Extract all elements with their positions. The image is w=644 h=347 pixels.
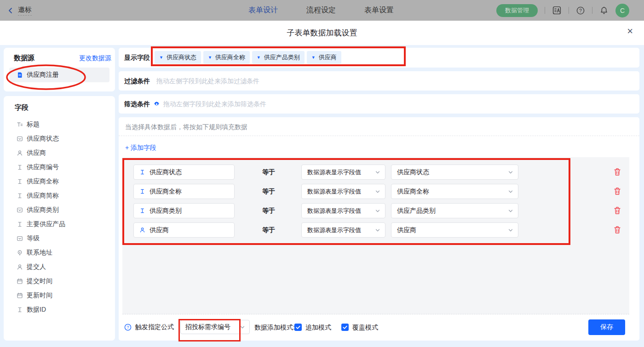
trash-icon[interactable] <box>614 187 621 195</box>
field-item[interactable]: 数据ID <box>17 302 115 317</box>
text-icon <box>17 221 23 228</box>
person-icon <box>17 150 23 156</box>
tab-flow-setting[interactable]: 流程设定 <box>306 6 336 15</box>
sift-label: 筛选条件 <box>124 100 150 108</box>
field-item-label: 等级 <box>27 234 40 243</box>
field-item[interactable]: 供应商状态 <box>17 131 115 146</box>
display-field-chip[interactable]: ▼供应商全称 <box>203 51 250 64</box>
source-type-select[interactable]: 数据源表显示字段值 <box>301 184 385 199</box>
target-field-box[interactable]: 供应商类别 <box>133 203 235 218</box>
form-name: 邀标 <box>18 6 32 16</box>
datasource-item-label: 供应商注册 <box>27 71 59 79</box>
append-mode-label: 追加模式 <box>305 324 331 332</box>
field-item[interactable]: 供应商类别 <box>17 203 115 217</box>
datasource-item[interactable]: 供应商注册 <box>9 68 109 82</box>
source-type-value: 数据源表显示字段值 <box>307 207 361 215</box>
source-field-select[interactable]: 供应商全称 <box>391 184 518 199</box>
field-item-label: 供应商 <box>27 149 46 157</box>
source-field-value: 供应产品类别 <box>397 207 436 215</box>
equals-label: 等于 <box>262 203 275 218</box>
field-item[interactable]: 更新时间 <box>17 288 115 302</box>
tab-form-design[interactable]: 表单设计 <box>248 6 278 15</box>
trash-icon[interactable] <box>614 226 621 234</box>
data-manage-button[interactable]: 数据管理 <box>496 4 538 17</box>
select-icon <box>17 136 23 142</box>
display-field-chip[interactable]: ▼供应商状态 <box>155 51 201 64</box>
fields-title: 字段 <box>4 96 115 112</box>
calendar-icon <box>17 278 23 284</box>
source-field-value: 供应商状态 <box>397 168 429 176</box>
field-item[interactable]: 等级 <box>17 231 115 245</box>
target-field-label: 供应商 <box>150 226 169 234</box>
field-item[interactable]: 供应商全称 <box>17 174 115 188</box>
chip-label: 供应商 <box>319 53 337 62</box>
change-datasource-link[interactable]: 更改数据源 <box>79 54 111 63</box>
field-item[interactable]: 标题 <box>17 117 115 131</box>
rules-panel: 当选择具体数据后，将按如下规则填充数据 + 添加字段 供应商状态 等于 数据源表… <box>119 117 639 341</box>
chevron-down-icon <box>508 208 513 214</box>
text-icon <box>17 307 23 313</box>
bell-icon[interactable] <box>599 6 609 15</box>
sift-row: 筛选条件 拖动左侧字段到此处来添加筛选条件 <box>119 94 639 114</box>
field-item-label: 更新时间 <box>27 291 52 300</box>
overwrite-mode-checkbox[interactable] <box>341 324 349 331</box>
source-field-select[interactable]: 供应商 <box>391 222 518 238</box>
append-mode-checkbox[interactable] <box>294 324 302 331</box>
source-type-select[interactable]: 数据源表显示字段值 <box>301 222 385 238</box>
source-type-value: 数据源表显示字段值 <box>307 168 361 176</box>
target-field-label: 供应商类别 <box>150 207 182 215</box>
chevron-down-icon <box>508 228 513 233</box>
avatar[interactable]: C <box>615 4 629 17</box>
field-item-label: 标题 <box>27 120 40 129</box>
save-button[interactable]: 保存 <box>588 319 625 335</box>
tab-form-setting[interactable]: 表单设置 <box>364 6 394 15</box>
chevron-down-icon <box>375 208 380 214</box>
target-field-box[interactable]: 供应商全称 <box>133 184 235 199</box>
target-field-label: 供应商状态 <box>150 168 182 176</box>
display-field-chip[interactable]: ▼供应商 <box>307 51 341 64</box>
add-field-label: 添加字段 <box>131 144 156 151</box>
modal-title: 子表单数据加载设置 <box>287 28 357 38</box>
add-field-button[interactable]: + 添加字段 <box>125 144 156 152</box>
source-type-select[interactable]: 数据源表显示字段值 <box>301 203 385 218</box>
source-type-select[interactable]: 数据源表显示字段值 <box>301 165 385 180</box>
field-item[interactable]: 主要供应产品 <box>17 217 115 231</box>
question-icon[interactable] <box>124 324 132 331</box>
back-button[interactable]: 邀标 <box>7 6 32 16</box>
help-icon[interactable] <box>576 6 585 15</box>
text-icon <box>17 193 23 199</box>
translate-icon[interactable] <box>552 6 562 15</box>
field-item[interactable]: 提交人 <box>17 260 115 274</box>
field-item[interactable]: 供应商 <box>17 146 115 160</box>
source-field-select[interactable]: 供应商状态 <box>391 165 518 180</box>
sift-dropzone[interactable]: 拖动左侧字段到此处来添加筛选条件 <box>163 100 266 108</box>
display-field-chip[interactable]: ▼供应产品类别 <box>252 51 305 64</box>
field-item[interactable]: 提交时间 <box>17 274 115 288</box>
dropdown-caret-icon: ▼ <box>311 55 316 60</box>
datasource-panel: 数据源 更改数据源 供应商注册 <box>4 48 115 91</box>
mapping-row: 供应商全称 等于 数据源表显示字段值 供应商全称 <box>122 184 629 199</box>
chevron-down-icon <box>240 324 245 330</box>
dropdown-caret-icon: ▼ <box>208 55 212 60</box>
title-icon <box>17 121 23 128</box>
source-field-value: 供应商全称 <box>397 188 429 196</box>
close-icon[interactable]: × <box>627 26 633 36</box>
person-icon <box>17 264 23 270</box>
calendar-icon <box>17 292 23 299</box>
field-item[interactable]: 联系地址 <box>17 245 115 260</box>
field-item[interactable]: 供应商编号 <box>17 160 115 174</box>
field-item[interactable]: 供应商简称 <box>17 188 115 203</box>
target-field-box[interactable]: 供应商状态 <box>133 165 235 180</box>
plus-icon: + <box>125 144 131 151</box>
trash-icon[interactable] <box>614 206 621 215</box>
text-icon <box>17 164 23 171</box>
filter-dropzone[interactable]: 拖动左侧字段到此处来添加过滤条件 <box>156 77 259 85</box>
trash-icon[interactable] <box>614 168 621 176</box>
source-field-select[interactable]: 供应产品类别 <box>391 203 518 218</box>
formula-select[interactable]: 招投标需求编号 <box>180 320 250 334</box>
gear-icon[interactable] <box>154 101 160 107</box>
field-item-label: 数据ID <box>27 306 46 314</box>
target-field-box[interactable]: 供应商 <box>133 222 235 238</box>
field-item-label: 供应商类别 <box>27 206 59 214</box>
mode-label: 数据添加模式: <box>254 324 295 332</box>
